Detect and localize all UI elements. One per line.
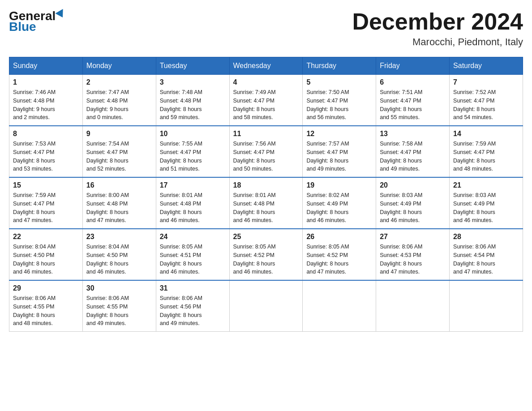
day-number: 1 — [13, 78, 79, 86]
calendar-cell: 11Sunrise: 7:56 AMSunset: 4:47 PMDayligh… — [229, 126, 303, 177]
day-header-friday: Friday — [376, 57, 450, 75]
calendar-cell: 7Sunrise: 7:52 AMSunset: 4:47 PMDaylight… — [450, 75, 523, 126]
calendar-cell: 1Sunrise: 7:46 AMSunset: 4:48 PMDaylight… — [9, 75, 83, 126]
day-info: Sunrise: 8:05 AMSunset: 4:52 PMDaylight:… — [306, 243, 372, 276]
day-header-thursday: Thursday — [303, 57, 376, 75]
day-info: Sunrise: 7:48 AMSunset: 4:48 PMDaylight:… — [160, 88, 226, 122]
location-text: Marocchi, Piedmont, Italy — [352, 36, 523, 48]
calendar-cell: 30Sunrise: 8:06 AMSunset: 4:55 PMDayligh… — [82, 280, 156, 332]
day-number: 28 — [453, 233, 519, 241]
calendar-cell: 9Sunrise: 7:54 AMSunset: 4:47 PMDaylight… — [82, 126, 156, 177]
calendar-cell: 26Sunrise: 8:05 AMSunset: 4:52 PMDayligh… — [303, 229, 376, 280]
calendar-cell: 6Sunrise: 7:51 AMSunset: 4:47 PMDaylight… — [376, 75, 450, 126]
day-info: Sunrise: 8:03 AMSunset: 4:49 PMDaylight:… — [380, 191, 446, 225]
calendar-cell: 31Sunrise: 8:06 AMSunset: 4:56 PMDayligh… — [156, 280, 229, 332]
logo-blue-text: Blue — [9, 20, 36, 34]
day-number: 10 — [160, 130, 226, 138]
day-info: Sunrise: 8:06 AMSunset: 4:55 PMDaylight:… — [13, 294, 79, 328]
calendar-week-row: 8Sunrise: 7:53 AMSunset: 4:47 PMDaylight… — [9, 126, 523, 177]
day-header-sunday: Sunday — [9, 57, 83, 75]
day-number: 14 — [453, 130, 519, 138]
day-number: 24 — [160, 233, 226, 241]
calendar-cell: 29Sunrise: 8:06 AMSunset: 4:55 PMDayligh… — [9, 280, 83, 332]
calendar-cell: 8Sunrise: 7:53 AMSunset: 4:47 PMDaylight… — [9, 126, 83, 177]
calendar-cell: 15Sunrise: 7:59 AMSunset: 4:47 PMDayligh… — [9, 177, 83, 229]
day-info: Sunrise: 7:50 AMSunset: 4:47 PMDaylight:… — [306, 88, 372, 122]
calendar-week-row: 1Sunrise: 7:46 AMSunset: 4:48 PMDaylight… — [9, 75, 523, 126]
day-info: Sunrise: 8:05 AMSunset: 4:51 PMDaylight:… — [160, 243, 226, 276]
day-number: 9 — [86, 130, 152, 138]
day-info: Sunrise: 7:49 AMSunset: 4:47 PMDaylight:… — [233, 88, 299, 122]
day-header-tuesday: Tuesday — [156, 57, 229, 75]
day-info: Sunrise: 8:06 AMSunset: 4:55 PMDaylight:… — [86, 294, 152, 328]
calendar-cell — [229, 280, 303, 332]
calendar-cell — [303, 280, 376, 332]
calendar-cell: 27Sunrise: 8:06 AMSunset: 4:53 PMDayligh… — [376, 229, 450, 280]
day-info: Sunrise: 8:06 AMSunset: 4:56 PMDaylight:… — [160, 294, 226, 328]
calendar-cell: 17Sunrise: 8:01 AMSunset: 4:48 PMDayligh… — [156, 177, 229, 229]
calendar-cell: 13Sunrise: 7:58 AMSunset: 4:47 PMDayligh… — [376, 126, 450, 177]
calendar-cell — [376, 280, 450, 332]
day-info: Sunrise: 7:53 AMSunset: 4:47 PMDaylight:… — [13, 140, 79, 173]
logo-triangle-icon — [56, 9, 67, 20]
calendar-cell: 28Sunrise: 8:06 AMSunset: 4:54 PMDayligh… — [450, 229, 523, 280]
day-info: Sunrise: 7:51 AMSunset: 4:47 PMDaylight:… — [380, 88, 446, 122]
day-info: Sunrise: 7:57 AMSunset: 4:47 PMDaylight:… — [306, 140, 372, 173]
day-info: Sunrise: 7:58 AMSunset: 4:47 PMDaylight:… — [380, 140, 446, 173]
calendar-cell: 4Sunrise: 7:49 AMSunset: 4:47 PMDaylight… — [229, 75, 303, 126]
day-number: 31 — [160, 284, 226, 292]
calendar-week-row: 22Sunrise: 8:04 AMSunset: 4:50 PMDayligh… — [9, 229, 523, 280]
calendar-cell: 5Sunrise: 7:50 AMSunset: 4:47 PMDaylight… — [303, 75, 376, 126]
day-header-wednesday: Wednesday — [229, 57, 303, 75]
day-info: Sunrise: 8:00 AMSunset: 4:48 PMDaylight:… — [86, 191, 152, 225]
calendar-cell: 3Sunrise: 7:48 AMSunset: 4:48 PMDaylight… — [156, 75, 229, 126]
calendar-cell: 10Sunrise: 7:55 AMSunset: 4:47 PMDayligh… — [156, 126, 229, 177]
page-header: General Blue December 2024 Marocchi, Pie… — [9, 9, 523, 48]
day-info: Sunrise: 8:06 AMSunset: 4:54 PMDaylight:… — [453, 243, 519, 276]
calendar-cell: 16Sunrise: 8:00 AMSunset: 4:48 PMDayligh… — [82, 177, 156, 229]
day-number: 5 — [306, 78, 372, 86]
day-number: 13 — [380, 130, 446, 138]
day-number: 15 — [13, 181, 79, 189]
day-info: Sunrise: 7:59 AMSunset: 4:47 PMDaylight:… — [453, 140, 519, 173]
calendar-cell: 20Sunrise: 8:03 AMSunset: 4:49 PMDayligh… — [376, 177, 450, 229]
day-info: Sunrise: 8:03 AMSunset: 4:49 PMDaylight:… — [453, 191, 519, 225]
day-info: Sunrise: 7:52 AMSunset: 4:47 PMDaylight:… — [453, 88, 519, 122]
day-info: Sunrise: 8:01 AMSunset: 4:48 PMDaylight:… — [233, 191, 299, 225]
calendar-cell: 22Sunrise: 8:04 AMSunset: 4:50 PMDayligh… — [9, 229, 83, 280]
day-number: 26 — [306, 233, 372, 241]
day-number: 18 — [233, 181, 299, 189]
day-header-saturday: Saturday — [450, 57, 523, 75]
calendar-cell: 24Sunrise: 8:05 AMSunset: 4:51 PMDayligh… — [156, 229, 229, 280]
calendar-cell: 23Sunrise: 8:04 AMSunset: 4:50 PMDayligh… — [82, 229, 156, 280]
day-number: 20 — [380, 181, 446, 189]
day-info: Sunrise: 7:54 AMSunset: 4:47 PMDaylight:… — [86, 140, 152, 173]
day-info: Sunrise: 7:55 AMSunset: 4:47 PMDaylight:… — [160, 140, 226, 173]
day-number: 8 — [13, 130, 79, 138]
day-number: 22 — [13, 233, 79, 241]
calendar-cell: 12Sunrise: 7:57 AMSunset: 4:47 PMDayligh… — [303, 126, 376, 177]
calendar-cell: 2Sunrise: 7:47 AMSunset: 4:48 PMDaylight… — [82, 75, 156, 126]
day-number: 11 — [233, 130, 299, 138]
day-info: Sunrise: 8:01 AMSunset: 4:48 PMDaylight:… — [160, 191, 226, 225]
day-info: Sunrise: 7:59 AMSunset: 4:47 PMDaylight:… — [13, 191, 79, 225]
day-info: Sunrise: 8:04 AMSunset: 4:50 PMDaylight:… — [86, 243, 152, 276]
day-number: 19 — [306, 181, 372, 189]
day-number: 16 — [86, 181, 152, 189]
day-number: 7 — [453, 78, 519, 86]
day-header-monday: Monday — [82, 57, 156, 75]
day-info: Sunrise: 8:02 AMSunset: 4:49 PMDaylight:… — [306, 191, 372, 225]
logo: General Blue — [9, 9, 65, 34]
day-number: 21 — [453, 181, 519, 189]
calendar-cell: 14Sunrise: 7:59 AMSunset: 4:47 PMDayligh… — [450, 126, 523, 177]
calendar-week-row: 15Sunrise: 7:59 AMSunset: 4:47 PMDayligh… — [9, 177, 523, 229]
calendar-cell — [450, 280, 523, 332]
day-info: Sunrise: 7:47 AMSunset: 4:48 PMDaylight:… — [86, 88, 152, 122]
day-info: Sunrise: 8:04 AMSunset: 4:50 PMDaylight:… — [13, 243, 79, 276]
day-number: 25 — [233, 233, 299, 241]
day-info: Sunrise: 7:56 AMSunset: 4:47 PMDaylight:… — [233, 140, 299, 173]
day-number: 12 — [306, 130, 372, 138]
calendar-cell: 25Sunrise: 8:05 AMSunset: 4:52 PMDayligh… — [229, 229, 303, 280]
calendar-cell: 21Sunrise: 8:03 AMSunset: 4:49 PMDayligh… — [450, 177, 523, 229]
calendar-header-row: SundayMondayTuesdayWednesdayThursdayFrid… — [9, 57, 523, 75]
